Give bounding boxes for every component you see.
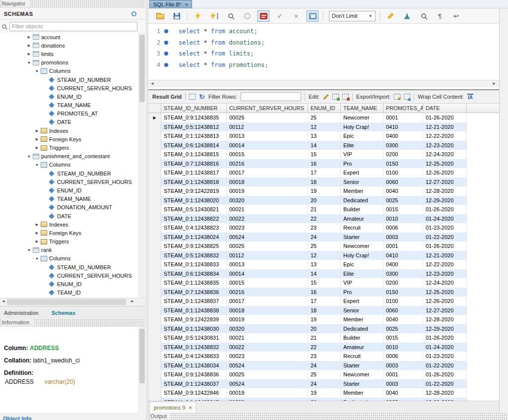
expander-icon[interactable] <box>34 240 40 243</box>
refresh-schemas-icon[interactable] <box>131 11 136 16</box>
cell-promotes-at[interactable]: 0003 <box>383 233 423 242</box>
cell-enum-id[interactable]: 17 <box>308 168 341 178</box>
cell-enum-id[interactable]: 21 <box>308 333 341 343</box>
cell-date[interactable]: 01-26-2020 <box>423 205 467 214</box>
tree-item[interactable]: STEAM_ID_NUMBER <box>0 75 138 84</box>
cell-steam-id[interactable]: STEAM_0:9:12422819 <box>161 186 227 196</box>
cell-promotes-at[interactable]: 0003 <box>383 361 423 370</box>
cell-server-hours[interactable]: 00025 <box>227 241 308 251</box>
table-row[interactable]: STEAM_0:9:12438835 00025 25 Newcomer 000… <box>148 113 467 122</box>
cell-server-hours[interactable]: 00019 <box>227 315 308 324</box>
expander-icon[interactable] <box>26 52 32 56</box>
row-selector[interactable] <box>148 379 161 389</box>
cell-promotes-at[interactable]: 0400 <box>383 260 423 269</box>
cell-promotes-at[interactable]: 0200 <box>383 150 423 159</box>
cell-enum-id[interactable]: 19 <box>308 315 341 324</box>
cell-team-name[interactable]: Elite <box>341 141 383 150</box>
expander-icon[interactable] <box>34 69 40 73</box>
open-script-button[interactable] <box>154 10 166 22</box>
info-vertical-scrollbar[interactable] <box>138 327 145 413</box>
cell-team-name[interactable]: Newcomer <box>341 113 383 122</box>
cell-team-name[interactable]: Dedicated <box>341 324 383 334</box>
table-row[interactable]: STEAM_0:1:12438020 00320 20 Dedicated 00… <box>148 196 467 205</box>
table-row[interactable]: STEAM_0:1:12438838 00018 18 Senior 0060 … <box>148 306 467 315</box>
cell-date[interactable]: 12-24-2020 <box>423 150 467 159</box>
cell-enum-id[interactable]: 23 <box>308 352 341 361</box>
cell-enum-id[interactable]: 16 <box>308 159 341 169</box>
tree-item[interactable]: donations <box>0 41 138 50</box>
cell-date[interactable]: 01-26-2020 <box>423 241 467 251</box>
row-selector[interactable] <box>148 113 161 122</box>
cell-steam-id[interactable]: STEAM_0:1:12438837 <box>161 297 227 306</box>
cell-team-name[interactable]: Epic <box>341 131 383 141</box>
sql-code-editor[interactable]: 1 select * from account; 2 select * from… <box>148 24 499 80</box>
cell-promotes-at[interactable]: 0001 <box>383 241 423 251</box>
cell-promotes-at[interactable]: 0006 <box>383 352 423 361</box>
close-icon[interactable]: × <box>185 1 188 7</box>
cell-team-name[interactable]: Newcomer <box>341 370 383 379</box>
tree-item[interactable]: DONATION_AMOUNT <box>0 203 138 212</box>
cell-date[interactable]: 12-23-2020 <box>423 269 467 279</box>
cell-promotes-at[interactable]: 0015 <box>383 205 423 214</box>
rollback-button[interactable]: × <box>290 10 302 22</box>
cell-steam-id[interactable]: STEAM_0:5:12438832 <box>161 251 227 260</box>
table-row[interactable]: STEAM_0:1:12438822 00022 22 Amateur 0010… <box>148 214 467 224</box>
cell-team-name[interactable]: Senior <box>341 306 383 315</box>
row-selector[interactable] <box>148 214 161 224</box>
cell-promotes-at[interactable]: 0003 <box>383 379 423 389</box>
tree-item[interactable]: Columns <box>0 161 138 169</box>
cell-date[interactable]: 01-26-2020 <box>423 370 467 379</box>
table-row[interactable]: STEAM_0:9:12438836 00025 25 Newcomer 000… <box>148 370 467 379</box>
row-selector[interactable] <box>148 150 161 159</box>
table-row[interactable]: STEAM_0:9:12422819 00019 19 Member 0040 … <box>148 186 467 196</box>
cell-team-name[interactable]: Pro <box>341 159 383 169</box>
delete-row-icon[interactable] <box>342 94 349 100</box>
cell-team-name[interactable]: Epic <box>341 260 383 269</box>
cell-team-name[interactable]: Pro <box>341 288 383 297</box>
cell-steam-id[interactable]: STEAM_0:7:12438836 <box>161 288 227 297</box>
table-row[interactable]: STEAM_0:4:12438833 00023 23 Recruit 0006… <box>148 352 467 361</box>
scroll-left-icon[interactable]: ◄ <box>1 299 5 303</box>
cell-promotes-at[interactable]: 0410 <box>383 251 423 260</box>
table-row[interactable]: STEAM_0:6:12438834 00014 14 Elite 0300 1… <box>148 269 467 279</box>
tree-item[interactable]: Triggers <box>0 143 138 152</box>
cell-promotes-at[interactable]: 0040 <box>383 315 423 324</box>
cell-date[interactable]: 01-22-2020 <box>423 379 467 389</box>
row-selector[interactable] <box>148 223 161 233</box>
cell-enum-id[interactable]: 12 <box>308 122 341 132</box>
cell-team-name[interactable]: Recruit <box>341 352 383 361</box>
tree-item[interactable]: ENUM_ID <box>0 186 138 194</box>
cell-promotes-at[interactable]: 0200 <box>383 278 423 288</box>
table-row[interactable]: STEAM_0:6:12438814 00014 14 Elite 0300 1… <box>148 141 467 150</box>
cell-date[interactable]: 01-23-2020 <box>423 352 467 361</box>
cell-server-hours[interactable]: 00019 <box>227 388 308 398</box>
cell-enum-id[interactable]: 24 <box>308 233 341 242</box>
column-header[interactable]: STEAM_ID_NUMBER <box>161 104 227 113</box>
cell-promotes-at[interactable]: 0100 <box>383 297 423 306</box>
cell-enum-id[interactable]: 15 <box>308 278 341 288</box>
cell-server-hours[interactable]: 00014 <box>227 141 308 150</box>
tree-item[interactable]: PROMOTES_AT <box>0 110 138 118</box>
import-icon[interactable] <box>404 94 410 100</box>
cell-promotes-at[interactable]: 0001 <box>383 370 423 379</box>
cell-team-name[interactable]: Recruit <box>341 223 383 233</box>
cell-steam-id[interactable]: STEAM_0:1:12438817 <box>161 168 227 178</box>
cell-date[interactable]: 12-22-2020 <box>423 131 467 141</box>
table-row[interactable]: STEAM_0:1:12438837 00017 17 Expert 0100 … <box>148 297 467 306</box>
commit-button[interactable]: ✓ <box>274 10 286 22</box>
cell-enum-id[interactable]: 12 <box>308 251 341 260</box>
cell-promotes-at[interactable]: 0150 <box>383 288 423 297</box>
tab-object-info[interactable]: Object Info <box>3 416 31 420</box>
cell-promotes-at[interactable]: 0040 <box>383 388 423 398</box>
cell-enum-id[interactable]: 24 <box>308 379 341 389</box>
table-row[interactable]: STEAM_0:1:12438034 00524 24 Starter 0003… <box>148 361 467 370</box>
row-selector[interactable] <box>148 324 161 334</box>
cell-date[interactable]: 12-23-2020 <box>423 141 467 150</box>
cell-enum-id[interactable]: 13 <box>308 260 341 269</box>
filter-rows-input[interactable] <box>241 92 301 101</box>
cell-team-name[interactable]: Expert <box>341 297 383 306</box>
cell-server-hours[interactable]: 00025 <box>227 113 308 122</box>
row-selector[interactable] <box>148 315 161 324</box>
table-row[interactable]: STEAM_0:5:12438832 00112 12 Holy Crap! 0… <box>148 251 467 260</box>
row-selector[interactable] <box>148 122 161 132</box>
